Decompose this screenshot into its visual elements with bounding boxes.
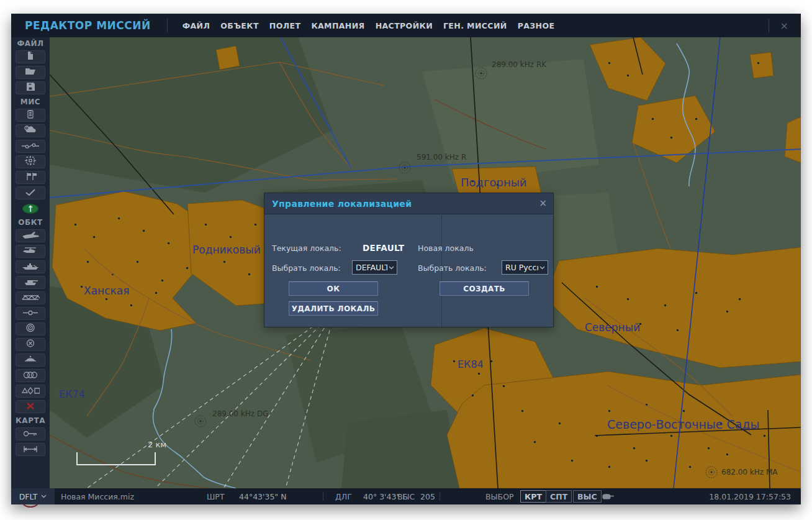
airplane-icon [21,230,40,242]
trigger-rules-button[interactable] [16,140,45,153]
trigger-zone-button[interactable] [16,155,45,168]
datetime-display: 18.01.2019 17:57:53 [709,488,791,504]
current-locale-value: DEFAULT [363,243,404,253]
distance-tool-button[interactable] [16,443,45,456]
new-select-locale-label: Выбрать локаль: [418,263,487,273]
toolbar-section-file: ФАЙЛ [17,39,43,48]
toolbar-section-mission: МИС [20,98,40,106]
unit-icons-toggle[interactable] [602,488,618,504]
beacon-icon-dg [195,416,206,427]
localization-dialog: Управление локализацией × Текущая локаль… [264,193,554,327]
alt-value: 205 [420,488,435,504]
helicopter-icon [21,245,40,257]
alt-label: ВЫС [397,488,415,504]
add-static-object-button[interactable] [16,291,45,304]
layer-button-krt[interactable]: КРТ [520,490,546,503]
create-locale-button[interactable]: СОЗДАТЬ [440,281,529,296]
open-folder-icon [24,66,37,78]
save-mission-button[interactable] [16,81,45,94]
mission-check-button[interactable] [16,186,45,199]
dialog-close-icon[interactable]: × [539,198,547,209]
divider [769,19,769,32]
delete-locale-button[interactable]: УДАЛИТЬ ЛОКАЛЬ [289,301,378,316]
add-helicopter-button[interactable] [16,245,45,258]
lat-label: ШРТ [207,488,225,504]
fly-mission-button[interactable]: ↑ [22,204,38,214]
add-ship-button[interactable] [16,260,45,273]
select-locale-label: Выбрать локаль: [272,263,341,273]
delete-object-button[interactable] [16,400,45,413]
tank-icon [21,276,40,288]
menu-mission-gen[interactable]: ГЕН. МИССИЙ [443,21,507,30]
dialog-title: Управление локализацией [272,199,412,209]
toolbar-sidebar: ФАЙЛ МИС ↑ ОБКТ КАРТА [11,37,50,488]
route-links-icon [21,140,40,152]
add-airplane-button[interactable] [16,229,45,242]
toolbar-section-objects: ОБКТ [18,218,42,227]
ship-icon [21,261,40,273]
add-zone-button[interactable] [16,338,45,351]
flags-icon [23,171,38,183]
new-locale-dropdown[interactable]: RU Русский [502,260,548,275]
add-shapes-button[interactable] [16,385,45,398]
locale-selector-value: DFLT [19,492,38,501]
statusbar: DFLT Новая Миссия.miz ШРТ 44°43'35" N ДЛ… [11,488,801,504]
clipboard-icon [24,109,37,121]
open-mission-button[interactable] [16,66,45,79]
ok-button[interactable]: ОК [289,281,378,296]
airbase-dome-icon [24,354,37,366]
bullseye-icon [25,323,36,335]
window-close-icon[interactable]: × [780,20,788,32]
map-key-tool-button[interactable] [16,427,45,440]
menu-misc[interactable]: РАЗНОЕ [518,21,555,30]
add-template-button[interactable] [16,322,45,335]
weather-button[interactable] [16,124,45,137]
mission-filename: Новая Миссия.miz [61,488,134,504]
briefing-button[interactable] [16,109,45,122]
current-locale-label: Текущая локаль: [272,244,341,253]
app-window: РЕДАКТОР МИССИЙ ФАЙЛ ОБЪЕКТ ПОЛЕТ КАМПАН… [11,14,801,504]
layer-button-vys[interactable]: ВЫС [573,490,602,503]
menu-object[interactable]: ОБЪЕКТ [220,21,259,30]
chevron-down-icon [539,266,545,270]
lon-label: ДЛГ [335,488,352,504]
dialog-titlebar[interactable]: Управление локализацией × [264,193,553,214]
menu-settings[interactable]: НАСТРОЙКИ [376,21,433,30]
waypoint-icon [22,308,38,319]
new-file-icon [24,51,37,63]
divider [440,492,440,501]
menubar: РЕДАКТОР МИССИЙ ФАЙЛ ОБЪЕКТ ПОЛЕТ КАМПАН… [11,14,801,37]
add-waypoint-button[interactable] [16,307,45,320]
save-icon [24,82,37,94]
mission-goals-button[interactable] [16,171,45,184]
select-mode-label: ВЫБОР [485,488,514,504]
tank-icon [602,492,618,501]
new-locale-dropdown-value: RU Русский [502,263,538,272]
menu-file[interactable]: ФАЙЛ [183,21,210,30]
lat-value: 44°43'35" N [239,488,286,504]
cloud-clock-icon [23,125,38,137]
map-scale-bar [77,452,155,465]
toolbar-section-map: КАРТА [16,416,45,425]
menu-campaign[interactable]: КАМПАНИЯ [311,21,364,30]
delete-x-icon [25,401,35,413]
main-menu: ФАЙЛ ОБЪЕКТ ПОЛЕТ КАМПАНИЯ НАСТРОЙКИ ГЕН… [183,21,555,30]
menu-flight[interactable]: ПОЛЕТ [269,21,301,30]
locale-selector-dropdown[interactable]: DFLT [11,488,55,504]
current-locale-dropdown[interactable]: DEFAULT [352,260,397,275]
check-icon [24,187,37,199]
crosshair-target-icon [22,156,38,168]
new-locale-label: Новая локаль [418,244,474,253]
shapes-icon [21,385,40,397]
up-arrow-icon: ↑ [27,204,34,213]
new-mission-button[interactable] [16,50,45,63]
app-title: РЕДАКТОР МИССИЙ [25,19,151,32]
three-rings-icon [22,370,39,381]
add-airbase-button[interactable] [16,354,45,367]
bridge-truss-icon [21,292,40,304]
add-group-rings-button[interactable] [16,369,45,382]
window-controls: × [757,14,801,37]
key-icon [22,428,38,440]
layer-button-spt[interactable]: СПТ [546,490,572,503]
add-vehicle-button[interactable] [16,276,45,289]
